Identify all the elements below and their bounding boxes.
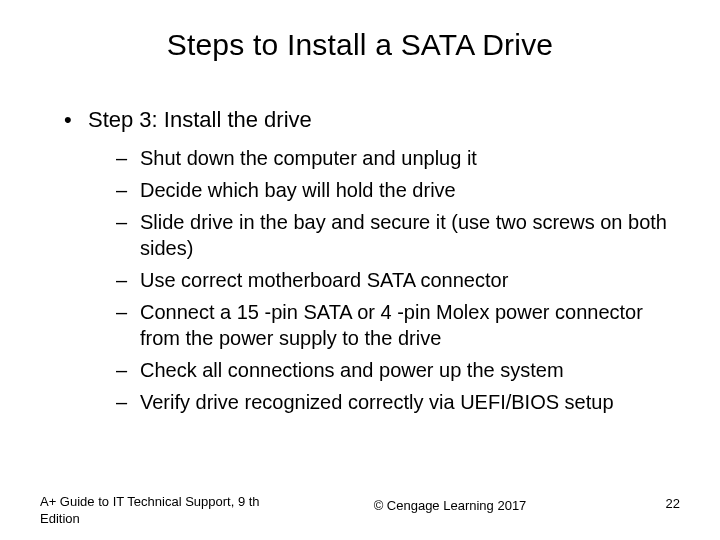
slide-title: Steps to Install a SATA Drive	[40, 28, 680, 62]
substep-item: Slide drive in the bay and secure it (us…	[116, 209, 680, 261]
slide: Steps to Install a SATA Drive Step 3: In…	[0, 0, 720, 540]
step-label: Step 3: Install the drive	[88, 107, 312, 132]
footer-book-title: A+ Guide to IT Technical Support, 9 th E…	[40, 494, 260, 528]
footer-copyright: © Cengage Learning 2017	[260, 494, 640, 513]
substep-item: Use correct motherboard SATA connector	[116, 267, 680, 293]
substep-item: Check all connections and power up the s…	[116, 357, 680, 383]
substep-item: Verify drive recognized correctly via UE…	[116, 389, 680, 415]
substep-item: Shut down the computer and unplug it	[116, 145, 680, 171]
footer-page-number: 22	[640, 494, 680, 511]
substep-item: Connect a 15 -pin SATA or 4 -pin Molex p…	[116, 299, 680, 351]
bullet-list-level1: Step 3: Install the drive Shut down the …	[40, 106, 680, 415]
bullet-list-level2: Shut down the computer and unplug it Dec…	[88, 145, 680, 415]
slide-footer: A+ Guide to IT Technical Support, 9 th E…	[0, 494, 720, 528]
substep-item: Decide which bay will hold the drive	[116, 177, 680, 203]
step-item: Step 3: Install the drive Shut down the …	[64, 106, 680, 415]
